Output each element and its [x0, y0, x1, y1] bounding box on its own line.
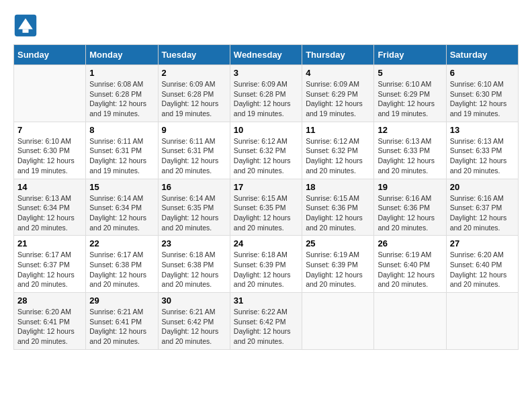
page-header	[13, 13, 519, 38]
cell-daylight: Daylight: 12 hours and 20 minutes.	[378, 156, 435, 175]
cell-sunrise: Sunrise: 6:21 AM	[89, 308, 143, 316]
cell-daylight: Daylight: 12 hours and 20 minutes.	[89, 214, 146, 232]
cell-sunrise: Sunrise: 6:10 AM	[17, 137, 71, 145]
calendar-cell: 13 Sunrise: 6:13 AM Sunset: 6:33 PM Dayl…	[446, 122, 518, 179]
column-header-tuesday: Tuesday	[158, 45, 230, 65]
calendar-cell: 12 Sunrise: 6:13 AM Sunset: 6:33 PM Dayl…	[374, 122, 446, 179]
cell-sunset: Sunset: 6:38 PM	[162, 261, 214, 269]
calendar-cell: 9 Sunrise: 6:11 AM Sunset: 6:31 PM Dayli…	[158, 122, 230, 179]
cell-sunrise: Sunrise: 6:10 AM	[450, 80, 504, 88]
calendar-cell: 11 Sunrise: 6:12 AM Sunset: 6:32 PM Dayl…	[302, 122, 374, 179]
cell-daylight: Daylight: 12 hours and 19 minutes.	[234, 99, 291, 118]
calendar-cell: 7 Sunrise: 6:10 AM Sunset: 6:30 PM Dayli…	[14, 122, 86, 179]
cell-sunrise: Sunrise: 6:15 AM	[234, 194, 287, 202]
column-header-wednesday: Wednesday	[230, 45, 302, 65]
day-number: 9	[162, 125, 226, 135]
calendar-week-row: 28 Sunrise: 6:20 AM Sunset: 6:41 PM Dayl…	[14, 293, 519, 350]
calendar-week-row: 21 Sunrise: 6:17 AM Sunset: 6:37 PM Dayl…	[14, 236, 519, 293]
cell-sunrise: Sunrise: 6:14 AM	[162, 194, 216, 202]
day-number: 11	[306, 125, 370, 135]
cell-sunrise: Sunrise: 6:17 AM	[89, 250, 143, 259]
cell-sunset: Sunset: 6:39 PM	[234, 261, 286, 269]
calendar-week-row: 7 Sunrise: 6:10 AM Sunset: 6:30 PM Dayli…	[14, 122, 519, 179]
cell-daylight: Daylight: 12 hours and 20 minutes.	[378, 214, 435, 232]
cell-daylight: Daylight: 12 hours and 20 minutes.	[162, 214, 219, 232]
column-header-sunday: Sunday	[14, 45, 86, 65]
day-number: 13	[450, 125, 515, 135]
day-number: 27	[450, 238, 515, 248]
day-number: 29	[89, 295, 154, 306]
cell-daylight: Daylight: 12 hours and 20 minutes.	[17, 214, 75, 232]
cell-sunrise: Sunrise: 6:09 AM	[162, 80, 216, 88]
cell-sunset: Sunset: 6:33 PM	[450, 146, 502, 154]
day-number: 3	[234, 68, 298, 78]
calendar-cell: 17 Sunrise: 6:15 AM Sunset: 6:35 PM Dayl…	[230, 179, 302, 236]
svg-rect-2	[23, 29, 29, 32]
day-number: 20	[450, 182, 515, 192]
calendar-cell: 4 Sunrise: 6:09 AM Sunset: 6:29 PM Dayli…	[302, 65, 374, 122]
calendar-cell: 29 Sunrise: 6:21 AM Sunset: 6:41 PM Dayl…	[86, 293, 158, 350]
cell-daylight: Daylight: 12 hours and 20 minutes.	[450, 271, 507, 289]
day-number: 26	[378, 238, 442, 248]
day-number: 19	[378, 182, 442, 192]
cell-sunset: Sunset: 6:37 PM	[450, 203, 502, 212]
day-number: 16	[162, 182, 226, 192]
cell-sunset: Sunset: 6:28 PM	[234, 90, 286, 98]
cell-daylight: Daylight: 12 hours and 20 minutes.	[17, 271, 75, 289]
calendar-table: SundayMondayTuesdayWednesdayThursdayFrid…	[13, 44, 519, 350]
cell-sunrise: Sunrise: 6:15 AM	[306, 194, 359, 202]
day-number: 17	[234, 182, 298, 192]
day-number: 4	[306, 68, 370, 78]
calendar-cell: 22 Sunrise: 6:17 AM Sunset: 6:38 PM Dayl…	[86, 236, 158, 293]
cell-sunrise: Sunrise: 6:13 AM	[378, 137, 431, 145]
cell-sunrise: Sunrise: 6:16 AM	[450, 194, 504, 202]
day-number: 21	[17, 238, 82, 248]
column-header-monday: Monday	[86, 45, 158, 65]
cell-sunrise: Sunrise: 6:11 AM	[162, 137, 216, 145]
day-number: 1	[89, 68, 154, 78]
cell-sunrise: Sunrise: 6:10 AM	[378, 80, 431, 88]
cell-sunrise: Sunrise: 6:19 AM	[306, 250, 359, 259]
cell-daylight: Daylight: 12 hours and 19 minutes.	[378, 99, 435, 118]
cell-daylight: Daylight: 12 hours and 19 minutes.	[89, 99, 146, 118]
cell-sunset: Sunset: 6:36 PM	[306, 203, 358, 212]
calendar-cell: 2 Sunrise: 6:09 AM Sunset: 6:28 PM Dayli…	[158, 65, 230, 122]
cell-sunset: Sunset: 6:34 PM	[89, 203, 142, 212]
cell-sunset: Sunset: 6:40 PM	[378, 261, 430, 269]
cell-sunrise: Sunrise: 6:18 AM	[234, 250, 287, 259]
cell-sunset: Sunset: 6:28 PM	[162, 90, 214, 98]
day-number: 7	[17, 125, 82, 135]
day-number: 18	[306, 182, 370, 192]
calendar-cell	[374, 293, 446, 350]
day-number: 15	[89, 182, 154, 192]
calendar-cell: 25 Sunrise: 6:19 AM Sunset: 6:39 PM Dayl…	[302, 236, 374, 293]
cell-sunrise: Sunrise: 6:08 AM	[89, 80, 143, 88]
calendar-cell: 10 Sunrise: 6:12 AM Sunset: 6:32 PM Dayl…	[230, 122, 302, 179]
cell-sunset: Sunset: 6:40 PM	[450, 261, 502, 269]
cell-sunrise: Sunrise: 6:20 AM	[450, 250, 504, 259]
cell-daylight: Daylight: 12 hours and 20 minutes.	[89, 327, 146, 345]
cell-daylight: Daylight: 12 hours and 20 minutes.	[89, 271, 146, 289]
cell-sunset: Sunset: 6:42 PM	[162, 318, 214, 326]
calendar-cell: 16 Sunrise: 6:14 AM Sunset: 6:35 PM Dayl…	[158, 179, 230, 236]
cell-sunrise: Sunrise: 6:17 AM	[17, 250, 71, 259]
calendar-cell: 15 Sunrise: 6:14 AM Sunset: 6:34 PM Dayl…	[86, 179, 158, 236]
cell-sunset: Sunset: 6:28 PM	[89, 90, 142, 98]
calendar-cell: 20 Sunrise: 6:16 AM Sunset: 6:37 PM Dayl…	[446, 179, 518, 236]
cell-daylight: Daylight: 12 hours and 20 minutes.	[378, 271, 435, 289]
cell-sunrise: Sunrise: 6:16 AM	[378, 194, 431, 202]
cell-daylight: Daylight: 12 hours and 19 minutes.	[306, 99, 363, 118]
cell-sunrise: Sunrise: 6:22 AM	[234, 308, 287, 316]
day-number: 24	[234, 238, 298, 248]
calendar-cell: 3 Sunrise: 6:09 AM Sunset: 6:28 PM Dayli…	[230, 65, 302, 122]
cell-sunrise: Sunrise: 6:09 AM	[306, 80, 359, 88]
day-number: 10	[234, 125, 298, 135]
calendar-week-row: 1 Sunrise: 6:08 AM Sunset: 6:28 PM Dayli…	[14, 65, 519, 122]
day-number: 31	[234, 295, 298, 306]
cell-daylight: Daylight: 12 hours and 20 minutes.	[162, 271, 219, 289]
cell-sunset: Sunset: 6:29 PM	[306, 90, 358, 98]
calendar-cell: 1 Sunrise: 6:08 AM Sunset: 6:28 PM Dayli…	[86, 65, 158, 122]
calendar-week-row: 14 Sunrise: 6:13 AM Sunset: 6:34 PM Dayl…	[14, 179, 519, 236]
cell-sunset: Sunset: 6:34 PM	[17, 203, 70, 212]
calendar-cell: 31 Sunrise: 6:22 AM Sunset: 6:42 PM Dayl…	[230, 293, 302, 350]
